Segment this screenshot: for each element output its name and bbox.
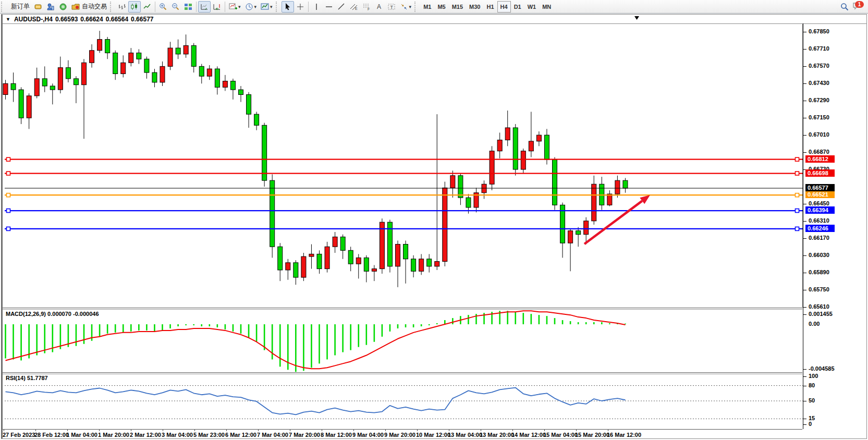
arrows-button[interactable]: ▾ [398,1,414,13]
fibonacci-button[interactable]: F [360,1,373,13]
market-watch-button[interactable] [32,1,44,13]
candle [317,254,322,268]
zoom-out-button[interactable] [169,1,182,13]
line-handle[interactable] [7,227,10,230]
candle [66,68,70,79]
candle [584,221,589,235]
timeframe-m1-button[interactable]: M1 [420,1,434,13]
candle [380,222,384,268]
trend-arrow-head[interactable] [640,195,650,204]
candle [435,261,439,266]
macd-rsi-splitter[interactable] [3,372,802,374]
line-handle[interactable] [796,193,799,197]
candle [74,79,78,85]
navigator-button[interactable] [57,1,69,13]
line-handle[interactable] [7,157,10,161]
candle [568,231,573,243]
timeframe-h4-button[interactable]: H4 [497,1,511,13]
rsi-scale-label: 50 [809,397,815,404]
search-button[interactable] [838,1,851,13]
timeframe-d1-button[interactable]: D1 [511,1,524,13]
text-icon: A [375,3,383,11]
templates-button[interactable]: ▾ [259,1,275,13]
vertical-line-button[interactable] [310,1,323,13]
candle [623,180,628,188]
horizontal-line-button[interactable] [323,1,335,13]
toolbar-right: 1 [838,1,863,13]
time-tick-label: 15 Mar 04:00 [543,432,578,438]
macd-histogram [6,311,626,372]
svg-text:T: T [390,4,393,9]
text-button[interactable]: A [373,1,385,13]
line-handle[interactable] [7,209,10,213]
toolbar-separator [155,2,155,12]
candle [427,259,432,266]
line-handle[interactable] [7,172,10,175]
autotrading-button[interactable]: 自动交易 [69,1,109,13]
autotrading-button-label: 自动交易 [82,2,107,11]
price-tick-label: 0.66310 [809,217,829,224]
data-window-button[interactable] [44,1,57,13]
candle [97,40,102,51]
chart-close: 0.66577 [131,16,153,23]
line-handle[interactable] [796,157,799,161]
periods-button[interactable]: ▾ [243,1,259,13]
trendline-button[interactable] [335,1,348,13]
channel-button[interactable]: E [348,1,360,13]
notifications-button[interactable]: 1 [851,1,863,13]
timeframe-m30-button[interactable]: M30 [466,1,483,13]
trend-arrow-shaft[interactable] [584,201,642,244]
time-tick-label: 15 Mar 20:00 [575,432,609,438]
chevron-down-icon: ▾ [254,4,257,9]
text-label-button[interactable]: T [385,1,398,13]
timeframe-h1-button[interactable]: H1 [484,1,497,13]
macd-min-label: -0.004585 [809,365,835,372]
main-macd-splitter[interactable] [3,308,802,310]
cursor-button[interactable] [282,1,294,13]
rsi-scale-label: 80 [809,382,815,388]
candle [576,231,581,235]
time-axis[interactable]: 27 Feb 202328 Feb 12:001 Mar 04:001 Mar … [3,429,802,440]
autotrading-icon [71,3,80,11]
line-handle[interactable] [7,193,10,197]
candle [482,184,486,192]
price-axis[interactable]: 0.678500.677100.675700.674300.672900.671… [803,23,867,429]
timeframe-m15-button[interactable]: M15 [449,1,466,13]
candle [270,180,275,247]
crosshair-button[interactable] [294,1,307,13]
timeframe-mn-button[interactable]: MN [539,1,554,13]
timeframe-w1-button[interactable]: W1 [524,1,540,13]
time-tick-label: 28 Feb 12:00 [34,432,69,438]
collapse-triangle-icon[interactable]: ▼ [6,17,10,22]
candle [592,184,596,221]
zoom-in-button[interactable] [157,1,169,13]
current-price-badge: 0.66577 [805,184,835,191]
price-tick-label: 0.67710 [809,45,829,52]
indicators-button[interactable]: ▾ [227,1,243,13]
chart-shift-button[interactable] [211,1,223,13]
line-handle[interactable] [796,172,799,175]
notification-badge: 1 [855,1,864,8]
bar-chart-button[interactable] [116,1,128,13]
line-handle[interactable] [796,209,799,213]
auto-scroll-button[interactable] [198,1,211,13]
chart-symbol: AUDUSD-,H4 [14,16,53,23]
candle [58,68,63,90]
resistance-price-badge: 0.66698 [805,169,835,177]
candle-chart-button[interactable] [128,1,141,13]
new-order-button[interactable]: 新订单 [7,1,32,13]
chevron-down-icon: ▾ [270,4,273,9]
chevron-down-icon: ▾ [238,4,241,9]
candles [3,31,628,287]
tile-windows-button[interactable] [182,1,194,13]
line-chart-button[interactable] [141,1,153,13]
rsi-scale-label: 100 [809,373,818,379]
main-toolbar: 新订单自动交易▾▾▾EFAT▾M1M5M15M30H1H4D1W1MN1 [0,0,868,14]
timeframe-m5-button[interactable]: M5 [434,1,448,13]
candle-chart-icon [130,3,139,11]
candle [466,198,471,207]
time-tick-label: 2 Mar 12:00 [130,432,161,438]
candle [544,135,549,160]
svg-text:F: F [368,7,370,11]
line-handle[interactable] [796,227,799,230]
